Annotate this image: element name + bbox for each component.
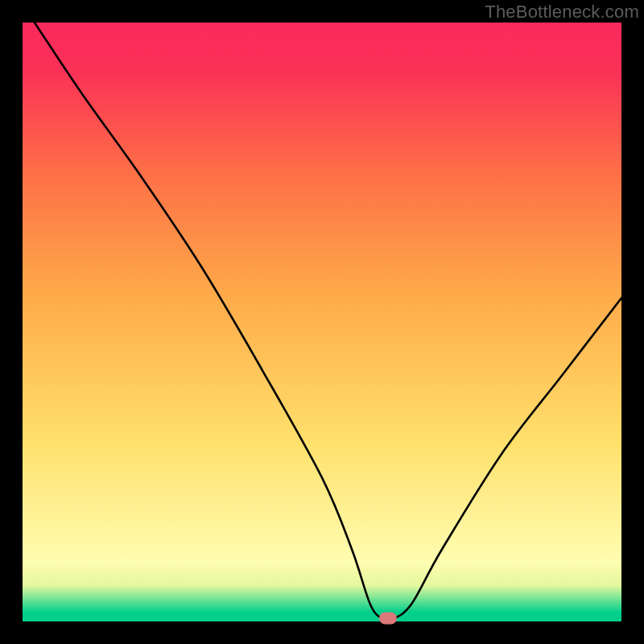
bottleneck-curve: [35, 23, 621, 621]
curve-svg: [23, 23, 621, 621]
chart-frame: TheBottleneck.com: [0, 0, 644, 644]
optimal-marker: [379, 613, 397, 625]
plot-area: [23, 23, 621, 621]
watermark-label: TheBottleneck.com: [485, 2, 639, 23]
